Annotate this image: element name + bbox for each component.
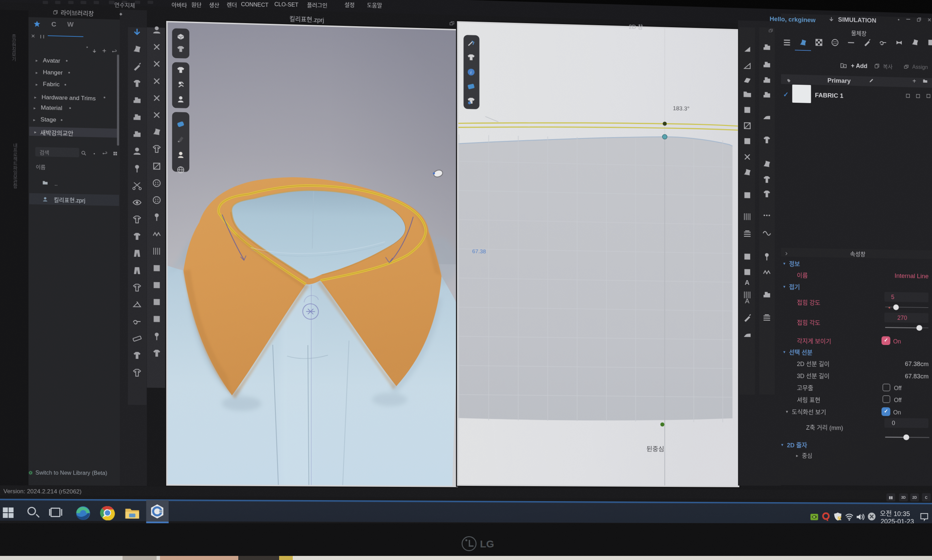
svg-text:뒨중심: 뒨중심 bbox=[647, 445, 664, 452]
svg-text:183.3°: 183.3° bbox=[673, 105, 690, 112]
svg-text:i: i bbox=[470, 70, 472, 74]
svg-text:67.38: 67.38 bbox=[473, 248, 486, 254]
